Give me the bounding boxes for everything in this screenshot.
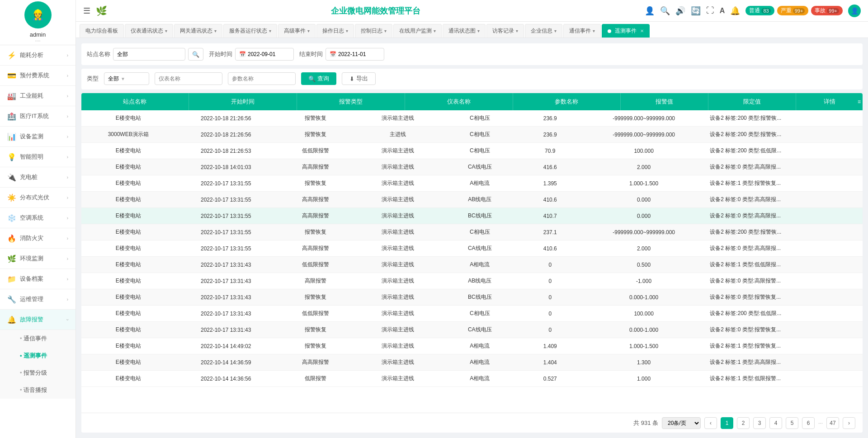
sidebar-item-fire[interactable]: 🔥 消防火灾 › (0, 228, 75, 249)
table-row[interactable]: E楼变电站 2022-10-17 13:31:55 高高限报警 演示箱主进线 A… (81, 192, 863, 208)
sidebar-sub-comms-event[interactable]: 通信事件 (0, 330, 75, 347)
sidebar-item-medical[interactable]: 🏥 医疗IT系统 › (0, 106, 75, 127)
query-button[interactable]: 🔍 查询 (301, 72, 336, 85)
sidebar-item-ops[interactable]: 🔧 运维管理 › (0, 289, 75, 310)
sidebar-item-device-file[interactable]: 📁 设备档案 › (0, 269, 75, 289)
tab-power-overview[interactable]: 电力综合看板 (80, 24, 124, 38)
tab-service-status[interactable]: 服务器运行状态 ▾ (223, 24, 277, 38)
page-next-button[interactable]: › (843, 417, 855, 429)
tab-company-info[interactable]: 企业信息 ▾ (525, 24, 562, 38)
tab-comms-event[interactable]: 通信事件 ▾ (563, 24, 601, 38)
tab-close-icon[interactable]: ▾ (269, 28, 271, 33)
table-row[interactable]: E楼变电站 2022-10-17 13:31:43 高限报警 演示箱主进线 AB… (81, 273, 863, 289)
type-select[interactable]: 全部 ▼ (104, 72, 149, 85)
page-4-button[interactable]: 4 (769, 417, 782, 429)
meter-name-input[interactable] (155, 72, 222, 85)
sidebar-item-energy-analysis[interactable]: ⚡ 能耗分析 › (0, 45, 75, 66)
cell-time: 2022-10-17 13:31:55 (175, 192, 277, 208)
sidebar-item-prepaid[interactable]: 💳 预付费系统 › (0, 66, 75, 86)
start-time-picker[interactable]: 📅 2022-09-01 (235, 48, 294, 61)
cell-alarm-val: 1.395 (519, 175, 581, 192)
tab-visit-record[interactable]: 访客记录 ▾ (486, 24, 524, 38)
param-name-input[interactable] (228, 72, 296, 85)
badge-warn[interactable]: 严重 99+ (777, 6, 809, 15)
sidebar-item-industrial[interactable]: 🏭 工业能耗 › (0, 86, 75, 106)
end-time-picker[interactable]: 📅 2022-11-01 (326, 48, 384, 61)
cell-meter: 演示箱主进线 (355, 322, 441, 338)
tab-close-icon[interactable]: ▾ (593, 28, 595, 33)
table-row[interactable]: E楼变电站 2022-10-18 21:26:53 低低限报警 演示箱主进线 C… (81, 143, 863, 159)
sidebar-sub-telemetry-event[interactable]: 遥测事件 (0, 347, 75, 364)
hamburger-icon[interactable]: ☰ (83, 6, 90, 16)
table-row[interactable]: E楼变电站 2022-10-14 14:49:02 报警恢复 演示箱主进线 A相… (81, 338, 863, 354)
tab-close-icon[interactable]: ▾ (384, 28, 387, 33)
font-icon[interactable]: A (720, 7, 725, 15)
table-row[interactable]: E楼变电站 2022-10-17 13:31:55 报警恢复 演示箱主进线 C相… (81, 224, 863, 240)
page-prev-button[interactable]: ‹ (704, 417, 717, 429)
cell-limit-val: 0.000 (581, 192, 706, 208)
page-6-button[interactable]: 6 (802, 417, 815, 429)
user-icon[interactable]: 👤 (645, 6, 655, 16)
cell-limit-val: 1.300 (581, 354, 706, 371)
site-search-button[interactable]: 🔍 (188, 48, 203, 61)
sidebar-item-ac-system[interactable]: ❄️ 空调系统 › (0, 208, 75, 228)
tab-close-icon[interactable]: ▾ (477, 28, 480, 33)
tab-close-icon[interactable]: ▾ (554, 28, 557, 33)
site-name-input[interactable] (113, 48, 185, 61)
tab-close-icon[interactable]: ▾ (346, 28, 348, 33)
sidebar-sub-voice-alarm[interactable]: 语音播报 (0, 381, 75, 399)
cell-meter: 演示箱主进线 (355, 338, 441, 354)
user-avatar[interactable]: 👤 (848, 5, 861, 17)
tab-telemetry-event[interactable]: 遥测事件 ✕ (602, 24, 650, 38)
speaker-icon[interactable]: 🔊 (675, 6, 685, 16)
table-row[interactable]: E楼变电站 2022-10-17 13:31:43 低低限报警 演示箱主进线 C… (81, 306, 863, 322)
page-5-button[interactable]: 5 (786, 417, 798, 429)
sidebar-item-charge-pile[interactable]: 🔌 充电桩 › (0, 167, 75, 188)
tab-net-comms[interactable]: 网关通讯状态 ▾ (174, 24, 222, 38)
refresh-icon[interactable]: 🔄 (691, 6, 701, 16)
table-row[interactable]: E楼变电站 2022-10-17 13:31:55 报警恢复 演示箱主进线 A相… (81, 175, 863, 192)
sidebar-item-distributed-pv[interactable]: ☀️ 分布式光伏 › (0, 188, 75, 208)
table-row[interactable]: E楼变电站 2022-10-17 13:31:43 低低限报警 演示箱主进线 A… (81, 257, 863, 273)
fullscreen-icon[interactable]: ⛶ (706, 6, 714, 15)
page-1-button[interactable]: 1 (721, 417, 733, 429)
tab-close-icon[interactable]: ✕ (640, 28, 644, 33)
page-last-button[interactable]: 47 (826, 417, 839, 429)
tab-op-log[interactable]: 操作日志 ▾ (316, 24, 354, 38)
table-row[interactable]: E楼变电站 2022-10-17 13:31:55 高高限报警 演示箱主进线 C… (81, 240, 863, 257)
tab-comms-status[interactable]: 通讯状态图 ▾ (443, 24, 486, 38)
table-row[interactable]: E楼变电站 2022-10-17 13:31:43 报警恢复 演示箱主进线 BC… (81, 289, 863, 306)
tab-online-monitor[interactable]: 在线用户监测 ▾ (393, 24, 442, 38)
tab-close-icon[interactable]: ▾ (516, 28, 518, 33)
tab-ctrl-log[interactable]: 控制日志 ▾ (355, 24, 392, 38)
sidebar-item-env-monitor[interactable]: 🌿 环境监测 › (0, 249, 75, 269)
sidebar-item-smart-light[interactable]: 💡 智能照明 › (0, 147, 75, 167)
table-row[interactable]: E楼变电站 2022-10-18 21:26:56 报警恢复 演示箱主进线 C相… (81, 110, 863, 127)
sidebar-sub-alarm-level[interactable]: 报警分级 (0, 364, 75, 381)
page-3-button[interactable]: 3 (753, 417, 766, 429)
badge-normal[interactable]: 普通 83 (745, 6, 774, 15)
page-size-select[interactable]: 20条/页 50条/页 100条/页 (662, 417, 701, 429)
tab-close-icon[interactable]: ▾ (434, 28, 436, 33)
tab-close-icon[interactable]: ▾ (307, 28, 310, 33)
tab-close-icon[interactable]: ▾ (165, 28, 167, 33)
column-settings-icon[interactable]: ≡ (858, 99, 861, 105)
tab-high-event[interactable]: 高级事件 ▾ (278, 24, 316, 38)
bell-icon[interactable]: 🔔 (730, 6, 740, 16)
badge-error[interactable]: 事故 99+ (811, 6, 843, 15)
table-body-scroll[interactable]: E楼变电站 2022-10-18 21:26:56 报警恢复 演示箱主进线 C相… (81, 110, 863, 413)
tab-close-icon[interactable]: ▾ (214, 28, 217, 33)
tab-meter-comms[interactable]: 仪表通讯状态 ▾ (125, 24, 173, 38)
table-row[interactable]: E楼变电站 2022-10-14 14:36:59 高高限报警 演示箱主进线 A… (81, 354, 863, 371)
table-row[interactable]: E楼变电站 2022-10-17 13:31:43 报警恢复 演示箱主进线 CA… (81, 322, 863, 338)
table-row[interactable]: E楼变电站 2022-10-17 13:31:55 高高限报警 演示箱主进线 B… (81, 208, 863, 224)
table-row[interactable]: E楼变电站 2022-10-14 14:36:56 低限报警 演示箱主进线 A相… (81, 371, 863, 387)
cell-limit-val: 100.000 (581, 143, 706, 159)
sidebar-item-device-monitor[interactable]: 📊 设备监测 › (0, 127, 75, 147)
sidebar-item-fault-alarm[interactable]: 🔔 故障报警 › (0, 310, 75, 330)
table-row[interactable]: E楼变电站 2022-10-18 14:01:03 高高限报警 演示箱主进线 C… (81, 159, 863, 175)
search-icon[interactable]: 🔍 (660, 6, 670, 16)
page-2-button[interactable]: 2 (737, 417, 750, 429)
table-row[interactable]: 3000WEB演示箱 2022-10-18 21:26:56 报警恢复 主进线 … (81, 127, 863, 143)
export-button[interactable]: ⬇ 导出 (342, 72, 376, 85)
